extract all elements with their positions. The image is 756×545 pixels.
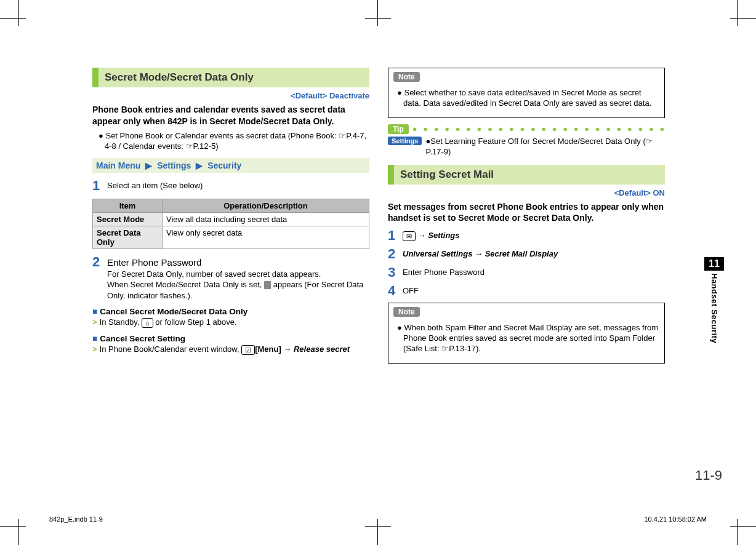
tip-row: Tip ● ● ● ● ● ● ● ● ● ● ● ● ● ● ● ● ● ● … — [388, 124, 665, 134]
tip-label: Tip — [388, 124, 409, 134]
gt-icon: > — [92, 317, 97, 327]
step-number: 1 — [92, 179, 107, 193]
footer-timestamp: 10.4.21 10:58:02 AM — [644, 515, 707, 523]
sub-heading-text: Cancel Secret Setting — [100, 334, 185, 343]
cancel-secret-setting-heading: ■Cancel Secret Setting — [92, 334, 369, 343]
menu-key-icon: ☑ — [241, 345, 255, 355]
crop-mark — [737, 519, 738, 545]
square-bullet-icon: ■ — [92, 307, 97, 316]
step-text: Select an item (See below) — [107, 179, 369, 193]
note-text: Select whether to save data edited/saved… — [397, 88, 659, 109]
step-number: 2 — [92, 255, 107, 301]
crop-mark — [18, 0, 19, 26]
gt-icon: > — [92, 344, 97, 354]
page-content: Secret Mode/Secret Data Only <Default> D… — [92, 68, 665, 368]
menu-main: Main Menu — [96, 161, 140, 170]
settings-badge: Settings — [388, 137, 422, 145]
step-2: 2 Universal Settings → Secret Mail Displ… — [388, 247, 665, 261]
menu-sep-icon: ▶ — [145, 161, 152, 170]
step-text: Universal Settings → Secret Mail Display — [403, 247, 665, 261]
arrow-icon: → — [416, 231, 428, 240]
section-heading-secret-mode: Secret Mode/Secret Data Only — [92, 68, 369, 87]
step-2: 2 Enter Phone Password For Secret Data O… — [92, 255, 369, 301]
step-1: 1 ✉ → Settings — [388, 229, 665, 242]
crop-mark — [737, 0, 738, 26]
note-label: Note — [393, 307, 420, 317]
release-secret-text: Release secret — [294, 344, 350, 354]
universal-settings-text: Universal Settings — [403, 249, 472, 258]
crop-mark — [0, 18, 26, 19]
footer-file-info: 842p_E.indb 11-9 — [49, 515, 103, 523]
step-note-pre: When Secret Mode/Secret Data Only is set… — [107, 280, 264, 289]
step-text: Enter Phone Password — [403, 266, 665, 279]
settings-text: ●Set Learning Feature Off for Secret Mod… — [425, 137, 665, 157]
crop-mark — [365, 526, 391, 527]
table-cell-desc: View all data including secret data — [163, 212, 369, 226]
default-label: <Default> ON — [388, 188, 665, 197]
table-header-desc: Operation/Description — [163, 199, 369, 212]
table-cell-item: Secret Data Only — [93, 226, 163, 249]
arrow-icon: → — [472, 249, 485, 258]
lead-text: Set messages from secret Phone Book entr… — [388, 201, 665, 225]
table-row: Secret Data Only View only secret data — [93, 226, 369, 249]
chapter-number: 11 — [704, 257, 724, 271]
secret-mail-display-text: Secret Mail Display — [485, 249, 558, 258]
mail-key-icon: ✉ — [403, 231, 416, 241]
end-key-icon: ⌂ — [142, 318, 153, 328]
crop-mark — [730, 526, 756, 527]
settings-text: Settings — [428, 231, 459, 240]
cancel-secret-mode-heading: ■Cancel Secret Mode/Secret Data Only — [92, 307, 369, 316]
step-1: 1 Select an item (See below) — [92, 179, 369, 193]
right-column: Note Select whether to save data edited/… — [388, 68, 665, 368]
step-note: For Secret Data Only, number of saved se… — [107, 269, 321, 279]
step-text: OFF — [403, 284, 665, 298]
cancel-secret-mode-line: >In Standby, ⌂ or follow Step 1 above. — [92, 317, 369, 328]
text: or follow Step 1 above. — [153, 317, 237, 327]
secret-indicator-icon — [264, 281, 271, 289]
crop-mark — [377, 0, 378, 26]
cancel-secret-setting-line: >In Phone Book/Calendar event window, ☑[… — [92, 344, 369, 355]
table-row: Secret Mode View all data including secr… — [93, 212, 369, 226]
menu-sep-icon: ▶ — [196, 161, 203, 170]
left-column: Secret Mode/Secret Data Only <Default> D… — [92, 68, 369, 359]
operation-table: Item Operation/Description Secret Mode V… — [92, 199, 369, 249]
menu-path: Main Menu ▶ Settings ▶ Security — [92, 158, 369, 173]
menu-security: Security — [207, 161, 241, 170]
table-header-row: Item Operation/Description — [93, 199, 369, 212]
side-tab: 11 Handset Security — [704, 257, 724, 345]
section-heading-secret-mail: Setting Secret Mail — [388, 165, 665, 185]
arrow-icon: → — [281, 344, 294, 354]
step-number: 4 — [388, 284, 403, 298]
table-cell-item: Secret Mode — [93, 212, 163, 226]
step-number: 3 — [388, 266, 403, 279]
table-cell-desc: View only secret data — [163, 226, 369, 249]
step-4: 4 OFF — [388, 284, 665, 298]
note-box: Note When both Spam Filter and Secret Ma… — [388, 303, 665, 364]
note-box: Note Select whether to save data edited/… — [388, 68, 665, 118]
chapter-label: Handset Security — [710, 273, 719, 343]
step-number: 2 — [388, 247, 403, 261]
crop-mark — [377, 519, 378, 545]
bullet-text: Set Phone Book or Calendar events as sec… — [99, 131, 369, 152]
tip-settings-row: Settings ●Set Learning Feature Off for S… — [388, 137, 665, 157]
lead-text: Phone Book entries and calendar events s… — [92, 104, 369, 127]
crop-mark — [0, 526, 26, 527]
step-3: 3 Enter Phone Password — [388, 266, 665, 279]
step-text: ✉ → Settings — [403, 229, 665, 242]
default-label: <Default> Deactivate — [92, 91, 369, 100]
note-text: When both Spam Filter and Secret Mail Di… — [397, 323, 659, 354]
sub-heading-text: Cancel Secret Mode/Secret Data Only — [100, 307, 247, 316]
note-label: Note — [393, 72, 420, 82]
step-title: Enter Phone Password — [107, 257, 201, 268]
menu-settings: Settings — [157, 161, 191, 170]
table-header-item: Item — [93, 199, 163, 212]
dots-decoration: ● ● ● ● ● ● ● ● ● ● ● ● ● ● ● ● ● ● ● ● … — [412, 124, 665, 133]
page-number: 11-9 — [695, 467, 722, 483]
menu-label: [Menu] — [255, 344, 281, 354]
step-text: Enter Phone Password For Secret Data Onl… — [107, 255, 369, 301]
step-number: 1 — [388, 229, 403, 242]
text: In Standby, — [100, 317, 142, 327]
crop-mark — [18, 519, 19, 545]
square-bullet-icon: ■ — [92, 334, 97, 343]
text: In Phone Book/Calendar event window, — [100, 344, 242, 354]
